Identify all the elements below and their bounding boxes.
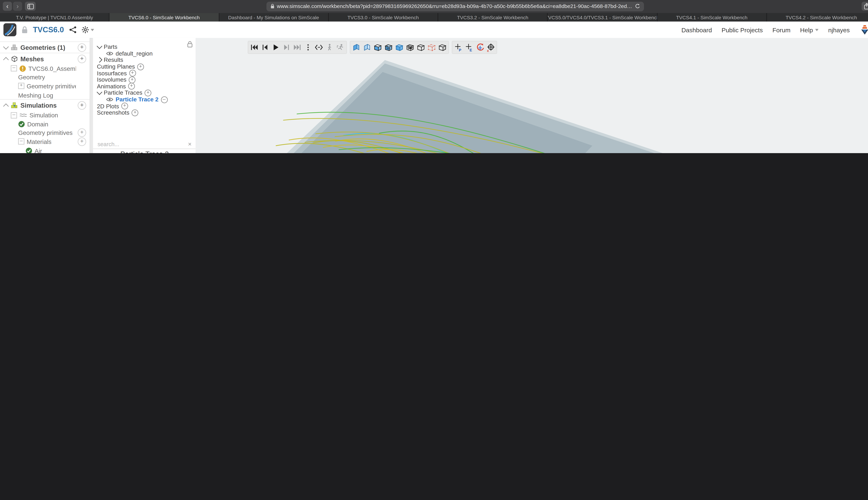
browser-tab-t-v-prototype-tvcn1-0-assembly[interactable]: T.V. Prototype | TVCN1.0 Assembly xyxy=(0,13,110,22)
sidebar-item-geometry-primitives[interactable]: Geometry primitives+ xyxy=(0,128,90,137)
add-icon[interactable]: + xyxy=(128,83,135,90)
simscale-logo[interactable] xyxy=(3,23,16,36)
scene-tree-item-screenshots[interactable]: Screenshots+ xyxy=(97,109,194,116)
browser-tab-tvcs4-2-simscale-workbench[interactable]: TVCS4.2 - SimScale Workbench xyxy=(767,13,868,22)
scene-tree-item-cutting-planes[interactable]: Cutting Planes+ xyxy=(97,64,194,70)
nav-public-projects[interactable]: Public Projects xyxy=(721,26,763,33)
collapse-icon[interactable]: – xyxy=(11,112,17,118)
mesh-grid-cube-button[interactable] xyxy=(405,41,415,53)
sidebar-item-air[interactable]: Air xyxy=(0,146,90,153)
browser-back-button[interactable]: ‹ xyxy=(3,2,12,11)
add-button[interactable]: + xyxy=(78,129,86,137)
nav-username[interactable]: njhayes xyxy=(828,26,850,33)
center-axis-button[interactable]: x xyxy=(485,41,496,53)
scene-tree-item-parts[interactable]: Parts xyxy=(97,44,194,50)
scene-tree-item-animations[interactable]: Animations+ xyxy=(97,83,194,90)
collapse-icon[interactable]: – xyxy=(11,65,17,71)
avatar[interactable] xyxy=(859,24,868,35)
nav-forum[interactable]: Forum xyxy=(773,26,791,33)
mesh-cube-button[interactable] xyxy=(415,41,426,53)
sidebar-item-geometry[interactable]: Geometry xyxy=(0,73,90,82)
skip-to-start-button[interactable] xyxy=(249,41,260,53)
chevron-down-icon[interactable] xyxy=(97,43,102,49)
panel-lock-icon[interactable] xyxy=(187,41,193,48)
box-grid-button[interactable] xyxy=(383,41,394,53)
scene-tree-item-results[interactable]: Results xyxy=(97,57,194,64)
add-button[interactable]: + xyxy=(78,54,86,63)
add-button[interactable]: + xyxy=(78,137,86,146)
scene-tree-item-particle-trace-2[interactable]: Particle Trace 2– xyxy=(97,96,194,103)
step-forward-button[interactable] xyxy=(281,41,292,53)
chevron-down-icon[interactable] xyxy=(3,44,9,49)
remove-icon[interactable]: – xyxy=(161,96,168,103)
clip-plane-b-button[interactable] xyxy=(362,41,373,53)
chevron-up-icon[interactable] xyxy=(3,103,9,109)
nav-help[interactable]: Help xyxy=(800,26,819,33)
chevron-right-icon[interactable] xyxy=(97,57,102,63)
half-cube-button[interactable] xyxy=(437,41,448,53)
sidebar-toggle-icon[interactable] xyxy=(25,2,36,11)
add-icon[interactable]: + xyxy=(137,63,144,70)
project-title[interactable]: TVCS6.0 xyxy=(33,25,64,34)
scene-tree-item-isovolumes[interactable]: Isovolumes+ xyxy=(97,77,194,83)
chevron-up-icon[interactable] xyxy=(3,57,9,62)
browser-tab-tvcs3-2-simscale-workbench[interactable]: TVCS3.2 - SimScale Workbench xyxy=(438,13,548,22)
step-back-button[interactable] xyxy=(260,41,271,53)
scene-tree-item-particle-traces[interactable]: Particle Traces+ xyxy=(97,90,194,96)
add-icon[interactable]: + xyxy=(121,103,128,109)
browser-tab-dashboard-my-simulations-on-simscale[interactable]: Dashboard - My Simulations on SimScale xyxy=(219,13,329,22)
search-input[interactable]: search... × xyxy=(93,139,196,149)
sidebar-item-materials[interactable]: –Materials+ xyxy=(0,137,90,146)
collapse-icon[interactable]: – xyxy=(18,138,24,145)
lock-icon xyxy=(271,3,275,9)
box-solid-button[interactable] xyxy=(394,41,405,53)
share-project-icon[interactable] xyxy=(69,26,76,33)
sidebar-item-geometries-1[interactable]: Geometries (1)+ xyxy=(0,41,90,53)
scene-tree-item-default-region[interactable]: default_region xyxy=(97,50,194,57)
clear-search-icon[interactable]: × xyxy=(188,141,192,147)
add-button[interactable]: + xyxy=(78,101,86,110)
reload-icon[interactable] xyxy=(635,3,640,9)
more-options-button[interactable] xyxy=(303,41,313,53)
selection-cube-button[interactable] xyxy=(426,41,437,53)
add-icon[interactable]: + xyxy=(145,90,151,96)
play-button[interactable] xyxy=(271,41,281,53)
skip-to-end-button[interactable] xyxy=(292,41,303,53)
sidebar-item-meshing-log[interactable]: Meshing Log xyxy=(0,91,90,100)
probe-element-button[interactable]: E xyxy=(464,41,475,53)
browser-forward-button[interactable]: › xyxy=(13,2,22,11)
clip-plane-a-button[interactable] xyxy=(351,41,362,53)
project-settings-menu[interactable] xyxy=(81,26,94,33)
expand-icon[interactable]: + xyxy=(18,83,24,89)
eye-icon[interactable] xyxy=(106,51,113,56)
sidebar-item-geometry-primitives[interactable]: +Geometry primitives xyxy=(0,82,90,91)
add-icon[interactable]: + xyxy=(129,70,136,77)
add-button[interactable]: + xyxy=(78,43,86,52)
fly-mode-button[interactable] xyxy=(335,41,346,53)
address-bar[interactable]: www.simscale.com/workbench/beta?pid=2897… xyxy=(266,1,644,11)
eye-icon[interactable] xyxy=(106,97,113,102)
add-icon[interactable]: + xyxy=(129,76,135,83)
trace-range-button[interactable] xyxy=(313,41,324,53)
sidebar-item-domain[interactable]: Domain xyxy=(0,120,90,128)
nav-dashboard[interactable]: Dashboard xyxy=(681,26,712,33)
rotate-view-button[interactable] xyxy=(475,41,485,53)
add-icon[interactable]: + xyxy=(132,109,138,116)
box-open-button[interactable] xyxy=(373,41,383,53)
browser-tab-tvcs5-0-tvcs4-0-tvcs3-1-simscale-workbench[interactable]: TVCS5.0/TVCS4.0/TVCS3.1 - SimScale Workb… xyxy=(548,13,657,22)
browser-tab-tvcs6-0-simscale-workbench[interactable]: TVCS6.0 - SimScale Workbench xyxy=(110,13,219,22)
top-nav: Dashboard Public Projects Forum Help njh… xyxy=(681,24,868,35)
sidebar-item-simulation[interactable]: –Simulation xyxy=(0,111,90,120)
scene-tree-item-2d-plots[interactable]: 2D Plots+ xyxy=(97,103,194,109)
chevron-down-icon[interactable] xyxy=(97,89,102,95)
walk-mode-button[interactable] xyxy=(324,41,335,53)
browser-tab-tvcs3-0-simscale-workbench[interactable]: TVCS3.0 - SimScale Workbench xyxy=(329,13,438,22)
sidebar-item-meshes[interactable]: Meshes+ xyxy=(0,53,90,64)
probe-point-button[interactable]: P xyxy=(453,41,464,53)
share-icon[interactable] xyxy=(861,2,868,11)
viewport-3d[interactable]: PEx Y Velocity 37.315833.788630.261426.7… xyxy=(196,38,868,153)
sidebar-item-tvcs6-0-assembly-mesh[interactable]: –TVCS6.0_Assembly mesh xyxy=(0,64,90,73)
scene-tree-item-isosurfaces[interactable]: Isosurfaces+ xyxy=(97,70,194,77)
sidebar-item-simulations[interactable]: Simulations+ xyxy=(0,100,90,111)
browser-tab-tvcs4-1-simscale-workbench[interactable]: TVCS4.1 - SimScale Workbench xyxy=(657,13,767,22)
